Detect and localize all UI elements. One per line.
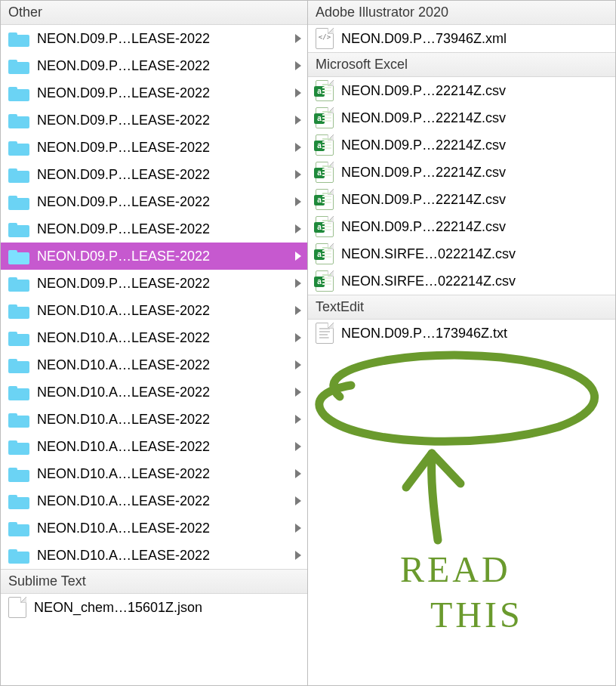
folder-row[interactable]: NEON.D10.A…LEASE-2022 (1, 460, 307, 487)
chevron-right-icon (295, 360, 301, 369)
item-label: NEON.D09.P…22214Z.csv (341, 138, 611, 153)
file-row[interactable]: NEON_chem…15601Z.json (1, 594, 307, 621)
folder-row[interactable]: NEON.D10.A…LEASE-2022 (1, 297, 307, 324)
item-label: NEON.D09.P…173946Z.txt (341, 326, 611, 341)
json-file-icon (8, 597, 26, 618)
chevron-right-icon (295, 388, 301, 397)
folder-row[interactable]: NEON.D10.A…LEASE-2022 (1, 406, 307, 433)
item-label: NEON.D10.A…LEASE-2022 (37, 330, 288, 346)
item-label: NEON.D09.P…22214Z.csv (341, 192, 611, 208)
item-label: NEON.D09.P…22214Z.csv (341, 219, 611, 235)
folder-row[interactable]: NEON.D09.P…LEASE-2022 (1, 134, 307, 161)
folder-row[interactable]: NEON.D09.P…LEASE-2022 (1, 107, 307, 134)
chevron-right-icon (295, 469, 301, 478)
file-row[interactable]: NEON.D09.P…22214Z.csv (308, 159, 615, 186)
file-row[interactable]: NEON.SIRFE…022214Z.csv (308, 267, 615, 295)
folder-row[interactable]: NEON.D09.P…LEASE-2022 (1, 270, 307, 297)
file-row[interactable]: NEON.D09.P…22214Z.csv (308, 104, 615, 131)
folder-row[interactable]: NEON.D10.A…LEASE-2022 (1, 379, 307, 406)
item-label: NEON.SIRFE…022214Z.csv (341, 273, 611, 289)
item-label: NEON.D09.P…LEASE-2022 (37, 113, 288, 128)
section-body: NEON_chem…15601Z.json (1, 594, 307, 621)
folder-icon (8, 357, 29, 373)
folder-icon (8, 438, 29, 455)
folder-row[interactable]: NEON.D09.P…LEASE-2022 (1, 243, 307, 270)
chevron-right-icon (295, 88, 301, 97)
folder-icon (8, 275, 29, 292)
chevron-right-icon (295, 224, 301, 233)
folder-icon (8, 85, 29, 101)
folder-row[interactable]: NEON.D10.A…LEASE-2022 (1, 542, 307, 569)
csv-file-icon (316, 80, 334, 101)
file-row[interactable]: NEON.D09.P…173946Z.txt (308, 320, 615, 347)
chevron-right-icon (295, 34, 301, 43)
item-label: NEON.D09.P…LEASE-2022 (37, 85, 288, 101)
chevron-right-icon (295, 252, 301, 261)
folder-row[interactable]: NEON.D09.P…LEASE-2022 (1, 52, 307, 79)
chevron-right-icon (295, 143, 301, 152)
folder-icon (8, 302, 29, 319)
csv-file-icon (316, 243, 334, 264)
chevron-right-icon (295, 496, 301, 505)
folder-icon (8, 112, 29, 128)
column-right: Adobe Illustrator 2020NEON.D09.P…73946Z.… (308, 1, 615, 685)
section-header: Other (1, 1, 307, 25)
file-row[interactable]: NEON.D09.P…22214Z.csv (308, 213, 615, 240)
item-label: NEON.D09.P…LEASE-2022 (37, 140, 288, 156)
file-row[interactable]: NEON.D09.P…22214Z.csv (308, 77, 615, 104)
item-label: NEON.D09.P…22214Z.csv (341, 83, 611, 99)
column-left: OtherNEON.D09.P…LEASE-2022NEON.D09.P…LEA… (1, 1, 308, 685)
section-body: NEON.D09.P…73946Z.xml (308, 25, 615, 52)
item-label: NEON.D10.A…LEASE-2022 (37, 521, 288, 536)
folder-row[interactable]: NEON.D09.P…LEASE-2022 (1, 25, 307, 52)
chevron-right-icon (295, 442, 301, 451)
item-label: NEON.D09.P…LEASE-2022 (37, 194, 288, 210)
section-body: NEON.D09.P…LEASE-2022NEON.D09.P…LEASE-20… (1, 25, 307, 569)
folder-icon (8, 248, 29, 264)
section-header: Adobe Illustrator 2020 (308, 1, 615, 25)
csv-file-icon (316, 189, 334, 210)
csv-file-icon (316, 107, 334, 128)
folder-icon (8, 520, 29, 536)
item-label: NEON.D09.P…22214Z.csv (341, 110, 611, 126)
folder-icon (8, 384, 29, 400)
file-row[interactable]: NEON.D09.P…22214Z.csv (308, 131, 615, 159)
folder-row[interactable]: NEON.D09.P…LEASE-2022 (1, 79, 307, 107)
folder-row[interactable]: NEON.D09.P…LEASE-2022 (1, 188, 307, 215)
csv-file-icon (316, 270, 334, 292)
csv-file-icon (316, 162, 334, 183)
folder-icon (8, 139, 29, 156)
csv-file-icon (316, 134, 334, 156)
folder-row[interactable]: NEON.D09.P…LEASE-2022 (1, 161, 307, 188)
section-body: NEON.D09.P…173946Z.txt (308, 320, 615, 347)
file-row[interactable]: NEON.D09.P…22214Z.csv (308, 186, 615, 213)
file-row[interactable]: NEON.D09.P…73946Z.xml (308, 25, 615, 52)
folder-icon (8, 493, 29, 509)
item-label: NEON.D09.P…LEASE-2022 (37, 221, 288, 237)
folder-row[interactable]: NEON.D10.A…LEASE-2022 (1, 487, 307, 514)
item-label: NEON.D10.A…LEASE-2022 (37, 439, 288, 455)
finder-columns: OtherNEON.D09.P…LEASE-2022NEON.D09.P…LEA… (0, 0, 616, 686)
chevron-right-icon (295, 415, 301, 424)
folder-row[interactable]: NEON.D10.A…LEASE-2022 (1, 433, 307, 460)
chevron-right-icon (295, 116, 301, 125)
csv-file-icon (316, 216, 334, 237)
folder-row[interactable]: NEON.D09.P…LEASE-2022 (1, 215, 307, 243)
item-label: NEON.D10.A…LEASE-2022 (37, 493, 288, 509)
item-label: NEON.D09.P…LEASE-2022 (37, 167, 288, 183)
folder-icon (8, 221, 29, 237)
folder-row[interactable]: NEON.D10.A…LEASE-2022 (1, 351, 307, 379)
folder-icon (8, 547, 29, 564)
chevron-right-icon (295, 197, 301, 206)
item-label: NEON_chem…15601Z.json (34, 600, 303, 616)
item-label: NEON.D09.P…LEASE-2022 (37, 31, 288, 47)
folder-row[interactable]: NEON.D10.A…LEASE-2022 (1, 324, 307, 351)
folder-row[interactable]: NEON.D10.A…LEASE-2022 (1, 514, 307, 542)
folder-icon (8, 30, 29, 47)
item-label: NEON.D10.A…LEASE-2022 (37, 548, 288, 564)
file-row[interactable]: NEON.SIRFE…022214Z.csv (308, 240, 615, 267)
item-label: NEON.D09.P…LEASE-2022 (37, 276, 288, 292)
item-label: NEON.D09.P…73946Z.xml (341, 31, 611, 47)
item-label: NEON.D09.P…LEASE-2022 (37, 249, 288, 264)
item-label: NEON.D10.A…LEASE-2022 (37, 412, 288, 428)
